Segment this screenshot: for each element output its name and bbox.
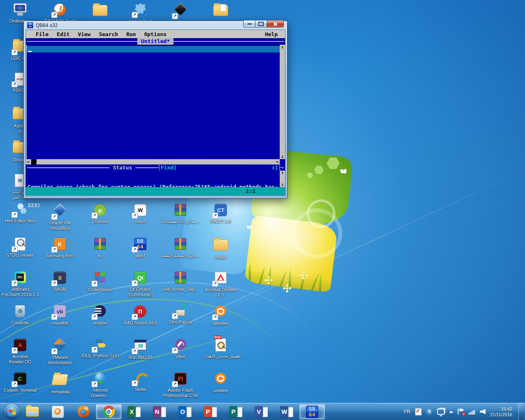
desktop-icon-run-blitz3d[interactable]: 3B↗Run Blitz3D [121,338,159,360]
taskbar-item-qb64[interactable] [299,403,325,420]
desktop-icon-mouh[interactable]: mouh [202,237,240,260]
wallpaper-flower [267,279,270,281]
message-scroll-track[interactable] [280,176,285,182]
tab-untitled[interactable]: Untitled* [137,38,173,45]
start-button[interactable] [4,404,20,420]
desktop-icon-vmware[interactable]: ↗VMwareWorkstation [41,338,79,365]
action-center-flag-icon[interactable] [458,409,464,415]
shortcut-arrow-icon: ↗ [11,81,18,87]
find-label[interactable]: Find[ [161,164,177,171]
publisher-icon: P [229,406,242,417]
wallpaper-hexagon [307,173,313,178]
taskbar-item-publisher[interactable]: P [223,403,249,420]
title-bar[interactable]: QB64 x32 [25,21,285,30]
desktop-icon-ahmiya[interactable]: PDF...أهمية_تحديد_الاهدا [202,338,240,359]
desktop-icon-p48-fiches[interactable]: p48_fiches_3ap... [162,271,199,292]
volume-icon[interactable] [480,409,486,414]
desktop-icon-codeblocks[interactable]: ↗CodeBlocks [81,271,119,292]
scroll-left-arrow[interactable]: ← [26,159,31,164]
desktop-icon-stdu-viewer[interactable]: ↗STDU Viewer [1,237,39,258]
desktop-icon-sasm[interactable]: S↗SASM [41,271,79,292]
taskbar-item-firefox[interactable] [71,403,96,420]
vertical-scroll-thumb[interactable] [280,50,285,56]
desktop-icon-acrobat-reader[interactable]: A↗AcrobatReader DC [1,338,39,365]
scroll-down-arrow[interactable]: ↓ [280,182,285,187]
desktop-icon-rad-studio[interactable]: Π↗RAD Studio XE5 [121,304,159,326]
network-icon[interactable] [468,409,475,415]
taskbar-item-excel[interactable]: X [121,403,147,420]
desktop-icon-qb64[interactable]: ↗qb64 [121,237,159,258]
desktop-icon-qt-creator[interactable]: Qt↗Qt Creator(Community) [121,271,159,297]
wallpaper-hexagon [314,166,324,174]
desktop-icon-idm[interactable]: ↗InternetDownlo... [81,372,119,398]
desktop-icon-distiller[interactable]: ↗Acrobat Distiller6.0 [202,271,240,298]
desktop-icon-visualbb[interactable]: vb↗visualbb [41,304,79,326]
taskbar-item-media-player[interactable] [45,403,71,420]
vertical-scrollbar[interactable]: ↑ ↓ [280,45,285,159]
menu-item-search[interactable]: Search [95,31,122,37]
desktop-icon-metadata[interactable]: .metadata [41,372,79,395]
winrar-icon [172,238,189,252]
menu-item-options[interactable]: Options [140,31,171,37]
horizontal-scroll-thumb[interactable] [31,159,37,164]
language-indicator[interactable]: FR [404,409,411,415]
text-cursor [28,51,32,52]
word-letter: W [280,406,288,417]
taskbar-active-button-qb64[interactable] [299,404,325,419]
sync-check-icon[interactable] [415,408,422,415]
folder-icon [212,240,229,253]
desktop-icon-untitled[interactable]: untitled [202,372,240,393]
desktop-icon-flash-cs6[interactable]: Fl↗Adobe FlashProfessional CS6 [162,372,199,398]
scroll-up-arrow[interactable]: ↑ [280,45,285,50]
desktop-icon-samsung-kies[interactable]: K↗Samsung Kies [41,237,79,258]
desktop-icon-corbeille[interactable]: ♻Corbeille [1,304,39,326]
menu-item-edit[interactable]: Edit [52,31,73,37]
show-desktop-button[interactable] [518,403,523,420]
taskbar-item-visio[interactable]: V [249,403,274,420]
maximize-button[interactable] [255,21,267,27]
menu-item-file[interactable]: File [32,31,52,37]
window-stack-icon[interactable] [437,409,445,415]
desktop-icon-archive-4[interactable]: 4_ [81,237,119,258]
desktop-icon-eclipse[interactable]: ↗eclipse [81,304,119,326]
taskbar-item-explorer[interactable] [20,403,45,420]
visio-icon: V [255,406,268,417]
horizontal-scrollbar[interactable]: ← → [26,159,280,164]
wallpaper-ring [292,208,342,258]
windows-flag-icon [9,409,16,415]
ide-bottom-bar: 1:1 [26,187,285,195]
desktop-icon-dev-pascal[interactable]: ↗Dev-Pascal [162,304,199,325]
taskbar-item-powerpoint[interactable]: P [198,403,223,420]
scroll-up-arrow[interactable]: ↑ [280,171,285,176]
taskbar-item-word[interactable]: W [274,403,299,420]
desktop-icon-label: دليل-المعلم-السنة... [162,253,199,258]
desktop-icon-dalil[interactable]: دليل-المعلم-السنة... [162,237,199,258]
desktop-icon-pycharm[interactable]: PC↗JetBrainsPyCharm 2016.1.3 [1,271,39,297]
find-updown[interactable]: ↕] [272,164,278,171]
taskbar-item-chrome[interactable] [96,403,121,420]
show-hidden-icons-arrow[interactable] [449,411,453,413]
menu-item-view[interactable]: View [74,31,95,37]
scroll-down-arrow[interactable]: ↓ [280,154,285,159]
taskbar-item-outlook[interactable]: O [172,403,198,420]
desktop-icon-cygwin[interactable]: C↗Cygwin Terminal [1,372,39,393]
scroll-right-arrow[interactable]: → [274,159,280,164]
help-icon[interactable]: ? [426,409,433,415]
desktop-icon-stella[interactable]: ↗Stella [121,372,159,392]
desktop-icon-viber[interactable]: ↗Viber [162,338,199,359]
horizontal-scroll-track[interactable] [37,159,274,164]
close-button[interactable] [267,21,284,27]
taskbar-active-button-chrome[interactable] [96,404,121,419]
menu-item-run[interactable]: Run [122,31,140,37]
bin-icon: ♻ [12,305,28,319]
message-scrollbar[interactable]: ↑ ↓ [280,171,285,187]
desktop-icon-blender[interactable]: ↗blender [202,304,240,326]
vertical-scroll-track[interactable] [280,56,285,154]
visualbb-icon: vb↗ [52,305,68,319]
code-editor[interactable] [26,45,280,159]
clock[interactable]: 15:42 21/11/2016 [490,406,514,418]
minimize-button[interactable] [243,21,255,27]
taskbar-item-onenote[interactable]: N [147,403,172,420]
menu-item-help[interactable]: Help [261,31,282,37]
desktop-icon-idle[interactable]: ↗IDLE (Python GUI) [81,338,119,358]
